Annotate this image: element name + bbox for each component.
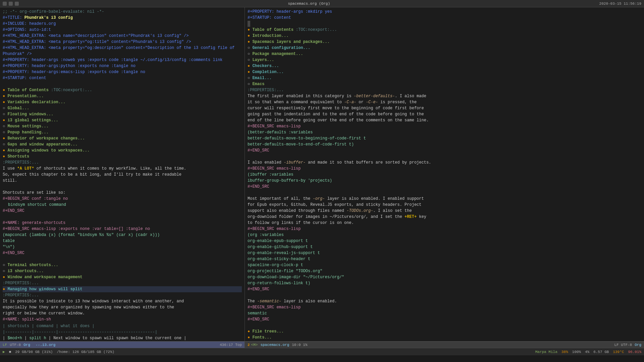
r-desc5: end of the line before going over the en… <box>248 117 641 123</box>
line-mapconcat: (mapconcat (lambda (x) (format "bindsym … <box>3 232 242 238</box>
bottom-disk1: 29 GB/98 GB (31%) <box>15 350 53 354</box>
line-assigning: ● Assigning windows to workspaces... <box>3 147 242 154</box>
bottom-percent1: 38% <box>561 350 568 354</box>
line-src1: #+BEGIN_SRC conf :tangle no <box>3 196 242 202</box>
r-line-package: ○ Package management... <box>248 51 641 57</box>
r-org-desc5: to follow org links if the cursor is on … <box>248 220 641 226</box>
close-btn[interactable] <box>15 2 19 6</box>
line-desc2: especially how they are organized by spa… <box>3 304 242 310</box>
line-prop3: #+PROPERTY: header-args:emacs-lisp :expo… <box>3 69 242 75</box>
r-endsrc3: #+END_SRC <box>248 286 641 292</box>
line-bindsym: bindsym shortcut command <box>3 202 242 208</box>
line-prop-windowmgmt: :PROPERTIES:... <box>3 280 242 286</box>
line-html3: #+HTML_HEAD_EXTRA: <meta property="og:de… <box>3 45 242 57</box>
line-prop2: #+PROPERTY: header-args:python :exports … <box>3 63 242 69</box>
line-gaps: ○ Gaps and window appearance... <box>3 141 242 147</box>
line-comment1: ;; -*- org-confirm-babel-evaluate: nil -… <box>3 9 242 15</box>
bottom-cpu: 96.01% <box>628 350 641 354</box>
line-empty3 <box>3 214 242 220</box>
r-cursor-line <box>248 21 250 27</box>
r-src4: #+BEGIN_SRC emacs-lisp <box>248 304 641 310</box>
right-status-mode-indicator: <M> <box>251 343 258 347</box>
r-src2: #+BEGIN_SRC emacs-lisp <box>248 166 641 172</box>
r-org-desc3: support also enabled through files named… <box>248 208 641 214</box>
line-variables: ● Variables declaration... <box>3 99 242 105</box>
line-endsrc1: #+END_SRC <box>3 208 242 214</box>
title-bar: spacemacs.org (Org) 2020-03-15 11:56:19 <box>0 0 644 7</box>
r-endsrc2: #+END_SRC <box>248 184 641 190</box>
r-line-completion: ● Completion... <box>248 69 641 75</box>
datetime: 2020-03-15 11:56:19 <box>599 2 641 6</box>
bottom-temp: 139°C <box>613 350 624 354</box>
line-desc1: It is possible to indicate to i3 how win… <box>3 298 242 304</box>
left-pane-content[interactable]: ;; -*- org-confirm-babel-evaluate: nil -… <box>0 7 245 341</box>
r-line-email: ○ Email... <box>248 75 641 81</box>
right-pane-content[interactable]: #+PROPERTY: header-args :mkdirp yes #+ST… <box>245 7 644 341</box>
minimize-btn[interactable] <box>3 2 7 6</box>
line-toc: ● Table of Contents :TOC:noexport:... <box>3 87 242 93</box>
left-status-encoding: UTF-8 <box>10 343 21 347</box>
right-status-filename: spacemacs.org <box>260 343 289 347</box>
line-floating: ○ Floating windows... <box>3 111 242 117</box>
r-empty1 <box>248 154 641 160</box>
r-code2: better-defaults-move-to-beginning-of-cod… <box>248 135 641 141</box>
line-empty1 <box>3 81 242 87</box>
bottom-percent2: 100% <box>572 350 581 354</box>
r-line-startup: #+STARTUP: content <box>248 15 641 21</box>
r-org-desc1: Most important of all, the -org- layer i… <box>248 196 641 202</box>
line-title: #+TITLE: Phundrak's i3 config <box>3 15 242 21</box>
r-code15: semantic <box>248 310 641 316</box>
line-startup: #+STARTUP: content <box>3 75 242 81</box>
line-terminal: ○ Terminal shortcuts... <box>3 262 242 268</box>
r-code8: org-enable-github-support t <box>248 244 641 250</box>
r-line-checkers: ● Checkers... <box>248 63 641 69</box>
bottom-user: Marpa Mila <box>535 350 557 354</box>
r-fonts: ● Fonts... <box>248 335 641 341</box>
line-i3global: ● i3 global settings... <box>3 117 242 123</box>
line-mouse: ○ Mouse settings... <box>3 123 242 129</box>
r-endsrc4: #+END_SRC <box>248 316 641 322</box>
line-global: ○ Global... <box>3 105 242 111</box>
maximize-btn[interactable] <box>9 2 13 6</box>
left-status-major: Org <box>23 343 30 347</box>
line-name2: #+NAME: split-win-sh <box>3 316 242 322</box>
r-desc3: cursor will respectively first move to t… <box>248 105 641 111</box>
line-options: #+OPTIONS: auto-id:t <box>3 27 242 33</box>
bottom-disksize: 6.57 GB <box>593 350 609 354</box>
line-prop-shortcuts: :PROPERTIES:... <box>3 160 242 166</box>
bottom-stop-icon[interactable]: ■ <box>9 350 11 354</box>
r-code10: org-enable-sticky-header t <box>248 256 641 262</box>
line-empty4 <box>3 256 242 262</box>
line-table: table <box>3 238 242 244</box>
line-include: #+INCLUDE: headers.org <box>3 21 242 27</box>
left-status-position: 436:17 Top <box>220 343 242 347</box>
line-empty2 <box>3 184 242 190</box>
r-code4: (ibuffer :variables <box>248 172 641 178</box>
left-status-filename: --.i3.org <box>36 343 55 347</box>
line-prop-managing: :PROPERTIES:... <box>3 292 242 298</box>
right-status-encoding: LF UTF-8 <box>614 343 632 347</box>
window-title: spacemacs.org (Org) <box>288 2 330 6</box>
left-status-mode: LF <box>3 343 7 347</box>
line-newline: "\n") <box>3 244 242 250</box>
line-src2: #+BEGIN_SRC emacs-lisp :exports none :va… <box>3 226 242 232</box>
line-shortcuts: ● Shortcuts <box>3 154 242 160</box>
bottom-play-icon[interactable]: ▶ <box>3 350 5 354</box>
line-shortcuts-desc3: still. <box>3 178 242 184</box>
bottom-disk2: /home: 126 GB/185 GB (72%) <box>57 350 114 354</box>
r-empty4 <box>248 322 641 328</box>
bottom-right: Marpa Mila 38% 100% 4% 6.57 GB 139°C 96.… <box>535 350 641 354</box>
bottom-percent3: 4% <box>585 350 589 354</box>
r-desc4: going past the indentation and to the en… <box>248 111 641 117</box>
line-html1: #+HTML_HEAD_EXTRA: <meta name="descripti… <box>3 33 242 39</box>
line-shortcuts-desc2: So, expect this chapter to be a bit long… <box>3 172 242 178</box>
r-semantic-desc: The -semantic- layer is also enabled. <box>248 298 641 304</box>
r-endsrc1: #+END_SRC <box>248 147 641 154</box>
line-managing: ● Managing how windows will split <box>3 286 242 292</box>
line-shortcuts-set: Shortcuts are set like so: <box>3 190 242 196</box>
r-code6: (org :variables <box>248 232 641 238</box>
table-container: | shortcuts | command | what it does | |… <box>3 323 242 341</box>
bottom-bar: ▶ ■ 29 GB/98 GB (31%) /home: 126 GB/185 … <box>0 348 644 355</box>
r-code11: spaceline-org-clock-p t <box>248 262 641 268</box>
title-bar-left <box>3 2 19 6</box>
